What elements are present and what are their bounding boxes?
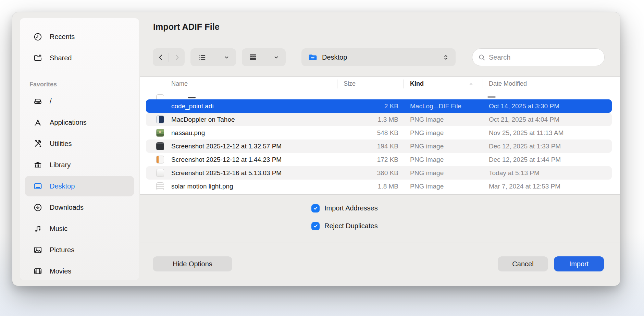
sidebar-item-applications[interactable]: Applications [25, 112, 134, 133]
movies-icon [32, 265, 44, 277]
file-kind: PNG image [410, 180, 484, 193]
clipped-file-name-fragment [188, 97, 196, 98]
chevron-down-icon [223, 54, 230, 61]
folder-icon [308, 52, 318, 62]
library-icon [32, 159, 44, 171]
import-adif-dialog: Recents Shared Favorites / Applications … [12, 12, 620, 286]
file-row[interactable]: solar motion light.png 1.8 MB PNG image … [140, 180, 620, 193]
checkmark-icon [312, 223, 319, 229]
group-view-control[interactable] [242, 48, 286, 66]
table-header: Name Size Kind Date Modified [140, 77, 620, 91]
chevron-right-icon [173, 53, 181, 61]
sidebar-top-list: Recents Shared [20, 26, 139, 68]
sidebar-item-pictures[interactable]: Pictures [25, 240, 134, 260]
file-size: 2 KB [344, 99, 398, 113]
search-icon [478, 53, 486, 61]
sidebar-item-desktop[interactable]: Desktop [25, 176, 134, 196]
column-divider[interactable] [337, 80, 337, 88]
hide-options-button[interactable]: Hide Options [153, 256, 232, 271]
dialog-title: Import ADIF File [153, 22, 220, 32]
sidebar-item-utilities[interactable]: Utilities [25, 133, 134, 154]
file-kind: PNG image [410, 113, 484, 126]
file-date: Dec 12, 2025 at 1:44 PM [489, 153, 561, 166]
import-addresses-option: Import Addresses [311, 204, 378, 212]
shared-folder-icon [32, 52, 44, 64]
file-kind: PNG image [410, 153, 484, 166]
location-dropdown[interactable]: Desktop [301, 48, 456, 66]
file-thumbnail [156, 169, 164, 177]
chevron-down-icon [273, 54, 280, 61]
file-size: 194 KB [344, 139, 398, 153]
file-thumbnail [156, 116, 164, 123]
import-button[interactable]: Import [554, 256, 604, 271]
column-divider[interactable] [483, 80, 483, 88]
file-row[interactable]: code_point.adi 2 KB MacLog...DIF File Oc… [140, 99, 620, 113]
file-date: Mar 7, 2024 at 12:53 PM [489, 180, 560, 193]
sort-ascending-icon [468, 81, 474, 87]
app-store-icon [32, 117, 44, 128]
file-name: Screenshot 2025-12-16 at 5.13.03 PM [171, 166, 282, 180]
music-icon [32, 223, 44, 234]
file-thumbnail [156, 129, 164, 137]
sidebar-favorites-list: / Applications Utilities Library Desktop… [20, 91, 139, 280]
file-name: nassau.png [171, 126, 205, 139]
file-date: Oct 14, 2025 at 3:30 PM [489, 99, 559, 113]
sidebar: Recents Shared Favorites / Applications … [20, 18, 139, 280]
cancel-button[interactable]: Cancel [498, 256, 548, 271]
hard-drive-icon [32, 95, 44, 107]
sidebar-item-music[interactable]: Music [25, 218, 134, 239]
file-kind: MacLog...DIF File [410, 99, 484, 113]
column-header-date[interactable]: Date Modified [489, 77, 527, 91]
file-name: code_point.adi [171, 99, 214, 113]
file-kind: PNG image [410, 139, 484, 153]
file-row[interactable]: nassau.png 548 KB PNG image Nov 25, 2025… [140, 126, 620, 139]
sidebar-item-library[interactable]: Library [25, 155, 134, 175]
import-addresses-label: Import Addresses [324, 204, 378, 212]
file-date: Today at 5:13 PM [489, 166, 540, 180]
file-size: 1.8 MB [344, 180, 398, 193]
sidebar-item-root[interactable]: / [25, 91, 134, 111]
file-name: Screenshot 2025-12-12 at 1.32.57 PM [171, 139, 282, 153]
desktop-icon [32, 180, 44, 192]
downloads-icon [32, 202, 44, 213]
file-kind: PNG image [410, 166, 484, 180]
sidebar-section-header: Favorites [29, 80, 139, 88]
nav-buttons [153, 48, 185, 66]
sidebar-item-recents[interactable]: Recents [25, 26, 134, 47]
list-view-icon [198, 53, 207, 62]
file-size: 380 KB [344, 166, 398, 180]
file-date: Nov 25, 2025 at 11:13 AM [489, 126, 564, 139]
column-header-size[interactable]: Size [344, 77, 356, 91]
file-thumbnail [156, 142, 164, 150]
clipped-file-row[interactable] [140, 91, 620, 99]
reject-duplicates-option: Reject Duplicates [311, 222, 378, 230]
column-header-kind[interactable]: Kind [410, 77, 424, 91]
group-view-icon [249, 53, 257, 62]
file-row[interactable]: Screenshot 2025-12-12 at 1.32.57 PM 194 … [140, 139, 620, 153]
file-row[interactable]: MacDoppler on Tahoe 1.3 MB PNG image Oct… [140, 113, 620, 126]
location-label: Desktop [322, 53, 442, 61]
sidebar-item-downloads[interactable]: Downloads [25, 197, 134, 218]
file-name: Screenshot 2025-12-12 at 1.44.23 PM [171, 153, 282, 166]
column-header-name[interactable]: Name [171, 77, 188, 91]
file-date: Oct 21, 2025 at 4:04 PM [489, 113, 559, 126]
clock-icon [32, 31, 44, 42]
file-thumbnail [156, 156, 164, 163]
file-date: Dec 12, 2025 at 1:33 PM [489, 139, 561, 153]
column-divider[interactable] [404, 80, 404, 88]
reject-duplicates-checkbox[interactable] [311, 222, 320, 230]
import-addresses-checkbox[interactable] [311, 204, 320, 212]
reject-duplicates-label: Reject Duplicates [324, 222, 378, 230]
clipped-file-date-fragment [487, 96, 496, 98]
updown-chevron-icon [442, 54, 449, 61]
sidebar-item-movies[interactable]: Movies [25, 261, 134, 280]
list-view-control[interactable] [190, 48, 236, 66]
search-placeholder: Search [489, 53, 510, 61]
search-field[interactable]: Search [472, 48, 605, 66]
back-button[interactable] [153, 48, 169, 66]
forward-button[interactable] [169, 48, 185, 66]
file-kind: PNG image [410, 126, 484, 139]
file-row[interactable]: Screenshot 2025-12-12 at 1.44.23 PM 172 … [140, 153, 620, 166]
file-row[interactable]: Screenshot 2025-12-16 at 5.13.03 PM 380 … [140, 166, 620, 180]
sidebar-item-shared[interactable]: Shared [25, 48, 134, 68]
